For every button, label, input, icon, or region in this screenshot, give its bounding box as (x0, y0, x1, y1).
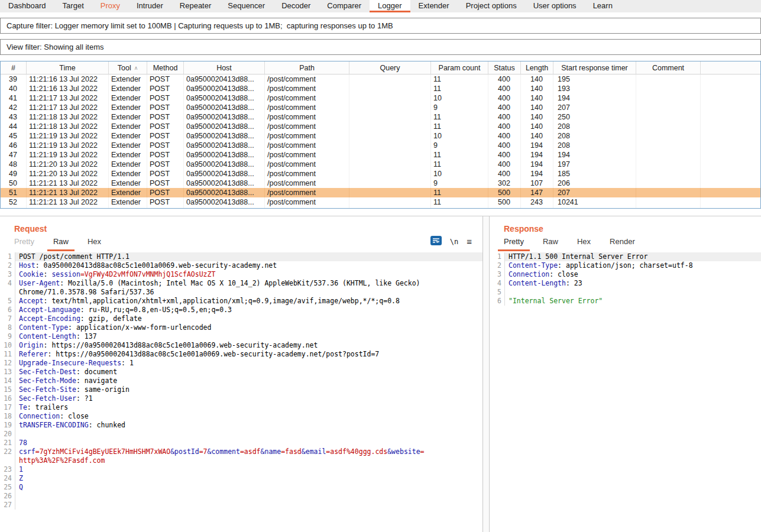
table-row-53[interactable]: 5311:21:22 13 Jul 2022ExtenderPOST0a9500… (1, 207, 760, 209)
table-row-39[interactable]: 3911:21:16 13 Jul 2022ExtenderPOST0a9500… (1, 74, 760, 84)
menu-tab-decoder[interactable]: Decoder (273, 0, 319, 12)
menu-tab-sequencer[interactable]: Sequencer (219, 0, 273, 12)
options-menu-icon[interactable]: ≡ (467, 236, 472, 246)
line-number: 18 (0, 412, 15, 421)
line-number: 15 (0, 385, 15, 394)
cell-query (349, 112, 431, 122)
cell-status: 400 (488, 93, 521, 103)
menu-tab-dashboard[interactable]: Dashboard (0, 0, 54, 12)
response-tab-pretty[interactable]: Pretty (498, 235, 530, 251)
cell-method: POST (147, 150, 184, 160)
menu-tab-logger[interactable]: Logger (370, 0, 410, 12)
table-row-50[interactable]: 5011:21:21 13 Jul 2022ExtenderPOST0a9500… (1, 179, 760, 188)
cell-time: 11:21:21 13 Jul 2022 (27, 179, 109, 188)
request-editor[interactable]: 1POST /post/comment HTTP/1.12Host: 0a950… (0, 252, 482, 510)
request-line-14: 14Sec-Fetch-Mode: navigate (0, 377, 482, 385)
menu-tab-extender[interactable]: Extender (410, 0, 458, 12)
column-header-tool[interactable]: Tool∧ (109, 61, 147, 74)
cell-path: /post/comment (265, 122, 349, 131)
line-number: 3 (490, 270, 505, 279)
table-row-51[interactable]: 5111:21:21 13 Jul 2022ExtenderPOST0a9500… (1, 188, 760, 197)
view-filter-bar[interactable]: View filter: Showing all items (0, 39, 761, 55)
menu-tab-proxy[interactable]: Proxy (92, 0, 128, 12)
menu-tab-learn[interactable]: Learn (585, 0, 621, 12)
cell-id: 49 (1, 169, 27, 179)
cell-time: 11:21:21 13 Jul 2022 (27, 197, 109, 207)
cell-method: POST (147, 207, 184, 209)
request-line-20: 20 (0, 430, 482, 439)
column-header-path[interactable]: Path (265, 61, 349, 74)
menu-tab-user-options[interactable]: User options (525, 0, 585, 12)
menu-tab-target[interactable]: Target (54, 0, 92, 12)
cell-timer: 208 (553, 122, 636, 131)
menu-tab-project-options[interactable]: Project options (458, 0, 525, 12)
line-content: Content-Length: 23 (505, 279, 761, 288)
cell-comment (636, 103, 701, 112)
line-content: Referer: https://0a9500020413d88ac08c5c1… (15, 350, 482, 359)
column-header-start-response-timer[interactable]: Start response timer (553, 61, 636, 74)
table-row-43[interactable]: 4311:21:18 13 Jul 2022ExtenderPOST0a9500… (1, 112, 760, 122)
line-number: 10 (0, 341, 15, 350)
line-content: csrf=7gYzhMCiFvi4gBEyUEEk7HmHSHM7xWAO&po… (15, 447, 482, 456)
cell-length: 107 (521, 179, 553, 188)
panel-divider[interactable] (483, 216, 489, 532)
menu-tab-comparer[interactable]: Comparer (319, 0, 370, 12)
cell-time: 11:21:20 13 Jul 2022 (27, 160, 109, 169)
table-row-52[interactable]: 5211:21:21 13 Jul 2022ExtenderPOST0a9500… (1, 197, 760, 207)
line-content: User-Agent: Mozilla/5.0 (Macintosh; Inte… (15, 279, 482, 288)
table-row-44[interactable]: 4411:21:18 13 Jul 2022ExtenderPOST0a9500… (1, 122, 760, 131)
column-header-length[interactable]: Length (521, 61, 553, 74)
column-header-query[interactable]: Query (349, 61, 431, 74)
menu-tab-intruder[interactable]: Intruder (128, 0, 171, 12)
cell-length: 140 (521, 131, 553, 141)
response-tab-render[interactable]: Render (604, 235, 641, 251)
cell-time: 11:21:18 13 Jul 2022 (27, 122, 109, 131)
request-tab-hex[interactable]: Hex (82, 235, 107, 251)
line-number: 12 (0, 359, 15, 368)
line-number: 4 (0, 279, 15, 288)
request-line-wrap: http%3A%2F%2Fasdf.com (0, 456, 482, 465)
cell-length: 147 (521, 188, 553, 197)
menu-tab-repeater[interactable]: Repeater (171, 0, 219, 12)
newline-icon[interactable]: \n (450, 238, 458, 246)
table-row-46[interactable]: 4611:21:19 13 Jul 2022ExtenderPOST0a9500… (1, 141, 760, 150)
line-content: POST /post/comment HTTP/1.1 (15, 252, 482, 261)
word-wrap-icon[interactable] (430, 236, 442, 247)
cell-comment (636, 122, 701, 131)
cell-id: 53 (1, 207, 27, 209)
request-line-10: 10Origin: https://0a9500020413d88ac08c5c… (0, 341, 482, 350)
column-header-host[interactable]: Host (184, 61, 265, 74)
table-row-45[interactable]: 4511:21:19 13 Jul 2022ExtenderPOST0a9500… (1, 131, 760, 141)
request-tab-raw[interactable]: Raw (47, 235, 75, 251)
table-row-48[interactable]: 4811:21:20 13 Jul 2022ExtenderPOST0a9500… (1, 160, 760, 169)
cell-length: 140 (521, 103, 553, 112)
cell-time: 11:21:19 13 Jul 2022 (27, 131, 109, 141)
cell-path: /post/comment (265, 197, 349, 207)
response-editor[interactable]: 1HTTP/1.1 500 Internal Server Error2Cont… (490, 252, 761, 306)
cell-query (349, 93, 431, 103)
table-row-47[interactable]: 4711:21:19 13 Jul 2022ExtenderPOST0a9500… (1, 150, 760, 160)
table-row-40[interactable]: 4011:21:16 13 Jul 2022ExtenderPOST0a9500… (1, 84, 760, 93)
cell-filler (701, 197, 760, 207)
response-tab-raw[interactable]: Raw (537, 235, 564, 251)
column-header-method[interactable]: Method (147, 61, 184, 74)
line-content: tRANSFER-ENCODING: chunked (15, 421, 482, 430)
column-header-comment[interactable]: Comment (636, 61, 701, 74)
request-tab-pretty[interactable]: Pretty (8, 235, 40, 251)
table-row-41[interactable]: 4111:21:17 13 Jul 2022ExtenderPOST0a9500… (1, 93, 760, 103)
cell-query (349, 160, 431, 169)
column-header-time[interactable]: Time (27, 61, 109, 74)
column-header-status[interactable]: Status (488, 61, 521, 74)
cell-query (349, 197, 431, 207)
column-header--[interactable]: # (1, 61, 27, 74)
table-row-42[interactable]: 4211:21:17 13 Jul 2022ExtenderPOST0a9500… (1, 103, 760, 112)
response-tab-hex[interactable]: Hex (571, 235, 597, 251)
capture-filter-bar[interactable]: Capture filter: Logger memory limit set … (0, 18, 761, 34)
cell-path: /post/comment (265, 160, 349, 169)
column-header-param-count[interactable]: Param count (431, 61, 488, 74)
table-row-49[interactable]: 4911:21:20 13 Jul 2022ExtenderPOST0a9500… (1, 169, 760, 179)
cell-tool: Extender (109, 112, 147, 122)
cell-filler (701, 160, 760, 169)
cell-filler (701, 179, 760, 188)
cell-length: 140 (521, 93, 553, 103)
